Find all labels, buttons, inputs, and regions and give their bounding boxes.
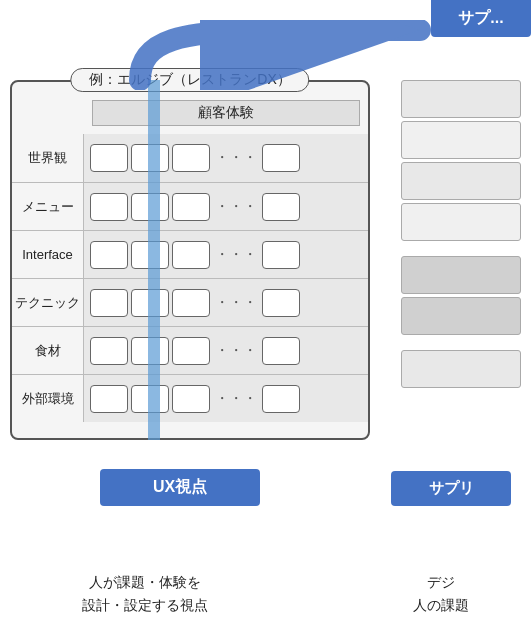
right-boxes — [401, 80, 531, 391]
right-panel: サプ... サプリ デジ 人の課題 — [386, 0, 531, 636]
row-label-shokuzai: 食材 — [12, 327, 84, 374]
row-label-sekaikan: 世界観 — [12, 134, 84, 182]
blue-vertical-bar — [148, 80, 160, 440]
row-label-gaibukankyo: 外部環境 — [12, 375, 84, 422]
main-container: 例：エルジブ（レストランDX） 顧客体験 世界観 ・・・ メニュー — [0, 0, 531, 636]
cell — [90, 337, 128, 365]
left-diagram-box: 例：エルジブ（レストランDX） 顧客体験 世界観 ・・・ メニュー — [10, 80, 370, 440]
cell — [262, 241, 300, 269]
dots: ・・・ — [215, 198, 257, 216]
row-cells: ・・・ — [84, 327, 368, 374]
cell — [172, 289, 210, 317]
cell — [172, 385, 210, 413]
cell — [90, 385, 128, 413]
cell — [90, 193, 128, 221]
right-box-item — [401, 350, 521, 388]
cell — [90, 289, 128, 317]
bottom-text-left: 人が課題・体験を 設計・設定する視点 — [40, 571, 250, 616]
rows-container: 世界観 ・・・ メニュー ・・・ — [12, 134, 368, 438]
right-box-item — [401, 203, 521, 241]
table-row: メニュー ・・・ — [12, 182, 368, 230]
cell — [262, 193, 300, 221]
right-box-item — [401, 256, 521, 294]
sapu-top-button[interactable]: サプ... — [431, 0, 531, 37]
row-cells: ・・・ — [84, 279, 368, 326]
customer-header: 顧客体験 — [92, 100, 360, 126]
arrow-diagram — [80, 20, 440, 90]
dots: ・・・ — [215, 149, 257, 167]
right-box-item — [401, 297, 521, 335]
dots: ・・・ — [215, 294, 257, 312]
table-row: 食材 ・・・ — [12, 326, 368, 374]
bottom-text-right: デジ 人の課題 — [361, 571, 521, 616]
bottom-left-line2: 設計・設定する視点 — [82, 597, 208, 613]
right-gap — [401, 338, 531, 350]
dots: ・・・ — [215, 246, 257, 264]
row-label-menu: メニュー — [12, 183, 84, 230]
cell — [90, 241, 128, 269]
right-box-item — [401, 162, 521, 200]
cell — [90, 144, 128, 172]
cell — [172, 241, 210, 269]
cell — [262, 337, 300, 365]
sapuri-button[interactable]: サプリ — [391, 471, 511, 506]
cell — [262, 385, 300, 413]
table-row: 世界観 ・・・ — [12, 134, 368, 182]
cell — [262, 289, 300, 317]
table-row: 外部環境 ・・・ — [12, 374, 368, 422]
row-cells: ・・・ — [84, 183, 368, 230]
bottom-right-line2: 人の課題 — [413, 597, 469, 613]
right-gap — [401, 244, 531, 256]
row-cells: ・・・ — [84, 375, 368, 422]
row-label-technique: テクニック — [12, 279, 84, 326]
bottom-left-line1: 人が課題・体験を — [89, 574, 201, 590]
row-cells: ・・・ — [84, 134, 368, 182]
ux-button[interactable]: UX視点 — [100, 469, 260, 506]
dots: ・・・ — [215, 390, 257, 408]
right-box-item — [401, 121, 521, 159]
row-cells: ・・・ — [84, 231, 368, 278]
cell — [262, 144, 300, 172]
table-row: テクニック ・・・ — [12, 278, 368, 326]
dots: ・・・ — [215, 342, 257, 360]
cell — [172, 193, 210, 221]
row-label-interface: Interface — [12, 231, 84, 278]
cell — [172, 337, 210, 365]
bottom-right-line1: デジ — [427, 574, 455, 590]
cell — [172, 144, 210, 172]
table-row: Interface ・・・ — [12, 230, 368, 278]
